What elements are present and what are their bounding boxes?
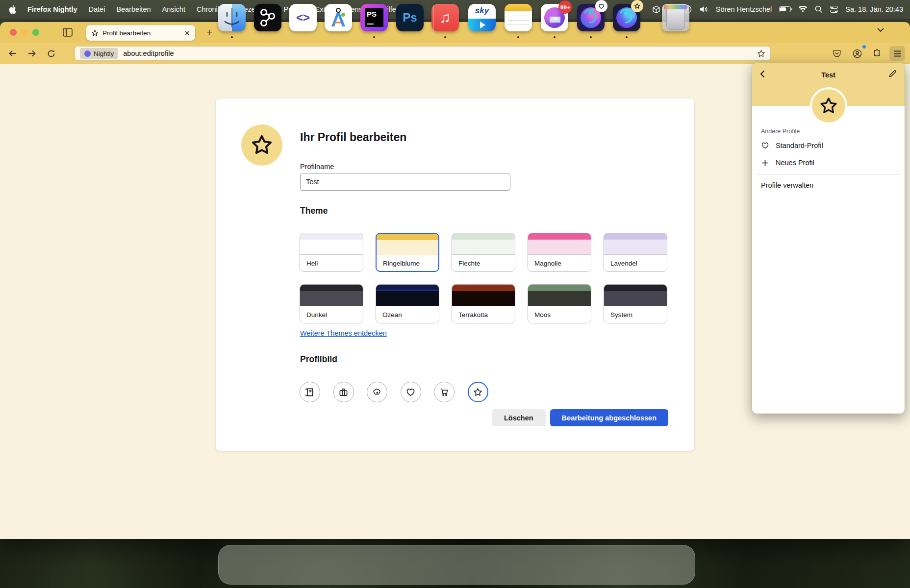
- dock-photoshop-icon[interactable]: Ps: [396, 4, 424, 31]
- star-icon: [473, 388, 482, 397]
- url-text[interactable]: about:editprofile: [123, 49, 752, 57]
- dock-finder-icon[interactable]: [218, 4, 246, 31]
- panel-profile-avatar: [810, 87, 847, 124]
- manage-profiles-item[interactable]: Profile verwalten: [761, 181, 813, 189]
- plus-icon: [761, 159, 769, 167]
- theme-card-flechte[interactable]: Flechte: [452, 233, 515, 272]
- close-window-button[interactable]: [10, 29, 17, 36]
- bookmark-star-icon[interactable]: [757, 49, 765, 58]
- theme-label: System: [604, 306, 667, 323]
- url-bar[interactable]: Nightly about:editprofile: [75, 46, 771, 61]
- delete-button[interactable]: Löschen: [492, 409, 546, 426]
- menubar-username[interactable]: Sören Hentzschel: [716, 5, 772, 13]
- dock-trash-icon[interactable]: [662, 4, 689, 31]
- dock-phpstorm-icon[interactable]: PS: [360, 4, 388, 31]
- dock-android-studio-icon[interactable]: [325, 4, 352, 31]
- theme-card-dunkel[interactable]: Dunkel: [300, 284, 363, 323]
- dock-sky-icon[interactable]: sky: [468, 4, 496, 31]
- menu-item-label: Standard-Profil: [776, 142, 823, 149]
- dock-node-graph-app-icon[interactable]: [254, 4, 281, 31]
- dock-separator: [433, 5, 434, 35]
- avatar-option-flower[interactable]: [367, 382, 387, 402]
- theme-label: Ringelblume: [377, 255, 438, 271]
- dock-music-icon[interactable]: ♫: [431, 4, 459, 31]
- extensions-puzzle-icon[interactable]: [869, 46, 885, 61]
- dock-code-editor-icon[interactable]: <>: [289, 4, 317, 31]
- menubar-clock[interactable]: Sa. 18. Jän. 20:43: [845, 5, 903, 13]
- theme-card-ringelblume-selected[interactable]: Ringelblume: [376, 233, 439, 272]
- theme-card-ozean[interactable]: Ozean: [376, 284, 439, 323]
- firefox-mini-icon: [84, 50, 91, 57]
- sidebar-toggle-icon[interactable]: [61, 26, 74, 38]
- panel-edit-pencil-icon[interactable]: [888, 70, 897, 78]
- pocket-icon[interactable]: [829, 46, 845, 61]
- avatar-option-book[interactable]: [300, 382, 320, 402]
- flower-icon: [373, 388, 382, 397]
- tab-favicon-star-icon: [91, 29, 99, 37]
- wifi-icon[interactable]: [798, 6, 808, 13]
- profile-avatar: [241, 124, 282, 166]
- app-menu-hamburger-icon[interactable]: [889, 46, 905, 61]
- heart-icon: [406, 388, 415, 397]
- avatar-option-briefcase[interactable]: [333, 382, 354, 402]
- tab-close-icon[interactable]: ✕: [184, 29, 190, 37]
- minimize-window-button[interactable]: [21, 29, 28, 36]
- theme-label: Ozean: [376, 306, 439, 323]
- new-tab-button[interactable]: +: [203, 27, 215, 39]
- profile-name-label: Profilname: [300, 163, 334, 171]
- dock: [218, 545, 695, 585]
- desktop: Firefox Nightly Datei Bearbeiten Ansicht…: [0, 0, 910, 588]
- dock-running-dot: [517, 36, 519, 38]
- dock-notes-icon[interactable]: [505, 4, 532, 31]
- search-icon[interactable]: [815, 5, 823, 13]
- dock-firefox-icon[interactable]: [577, 4, 605, 31]
- account-icon[interactable]: [849, 46, 865, 61]
- profile-name-input[interactable]: [300, 173, 510, 191]
- avatar-option-cart[interactable]: [434, 382, 455, 402]
- theme-label: Flechte: [452, 254, 515, 271]
- theme-card-terrakotta[interactable]: Terrakotta: [452, 284, 515, 323]
- apple-menu-icon[interactable]: [9, 5, 16, 14]
- reload-icon[interactable]: [43, 46, 59, 61]
- menu-item-standard-profil[interactable]: Standard-Profil: [752, 138, 905, 153]
- menu-item-neues-profil[interactable]: Neues Profil: [752, 155, 905, 171]
- theme-card-system[interactable]: System: [604, 284, 667, 323]
- menu-item-chronik[interactable]: Chronik: [197, 5, 221, 13]
- battery-icon[interactable]: [779, 6, 791, 12]
- theme-card-lavendel[interactable]: Lavendel: [604, 233, 667, 272]
- dock-running-dot: [554, 36, 556, 38]
- list-all-tabs-chevron-icon[interactable]: [877, 27, 885, 32]
- dock-running-dot: [373, 36, 375, 38]
- menu-item-ansicht[interactable]: Ansicht: [162, 5, 186, 13]
- code-brackets-glyph: <>: [296, 11, 310, 24]
- avatar-option-heart[interactable]: [401, 382, 421, 402]
- action-buttons: Löschen Bearbeitung abgeschlossen: [492, 409, 668, 426]
- back-icon[interactable]: [5, 46, 21, 61]
- edit-profile-card: Ihr Profil bearbeiten Profilname Theme H…: [216, 98, 694, 451]
- tab-title: Profil bearbeiten: [102, 29, 180, 37]
- dock-running-dot: [626, 36, 628, 38]
- volume-icon[interactable]: [699, 5, 708, 13]
- avatar-option-star-selected[interactable]: [468, 382, 488, 402]
- theme-card-magnolie[interactable]: Magnolie: [528, 233, 591, 272]
- dock-firefox-nightly-icon[interactable]: [613, 4, 640, 31]
- theme-card-hell[interactable]: Hell: [300, 233, 363, 272]
- done-button[interactable]: Bearbeitung abgeschlossen: [550, 409, 668, 426]
- theme-card-moos[interactable]: Moos: [528, 284, 591, 323]
- control-center-icon[interactable]: [830, 6, 838, 13]
- dock-thunderbird-icon[interactable]: 99+: [541, 4, 568, 31]
- theme-label: Hell: [300, 254, 363, 271]
- menu-item-bearbeiten[interactable]: Bearbeiten: [116, 5, 151, 13]
- firefox-heart-badge-icon: [595, 0, 607, 12]
- dock-running-dot: [590, 36, 592, 38]
- identity-chip[interactable]: Nightly: [80, 48, 118, 59]
- menu-app-name[interactable]: Firefox Nightly: [27, 5, 77, 13]
- thunderbird-badge: 99+: [558, 0, 572, 14]
- cube-icon[interactable]: [652, 5, 660, 14]
- menu-item-datei[interactable]: Datei: [89, 5, 105, 13]
- zoom-window-button[interactable]: [32, 29, 39, 36]
- heart-icon: [761, 142, 769, 149]
- forward-icon[interactable]: [24, 46, 40, 61]
- tab-profil-bearbeiten[interactable]: Profil bearbeiten ✕: [86, 25, 195, 41]
- discover-themes-link[interactable]: Weitere Themes entdecken: [300, 329, 387, 337]
